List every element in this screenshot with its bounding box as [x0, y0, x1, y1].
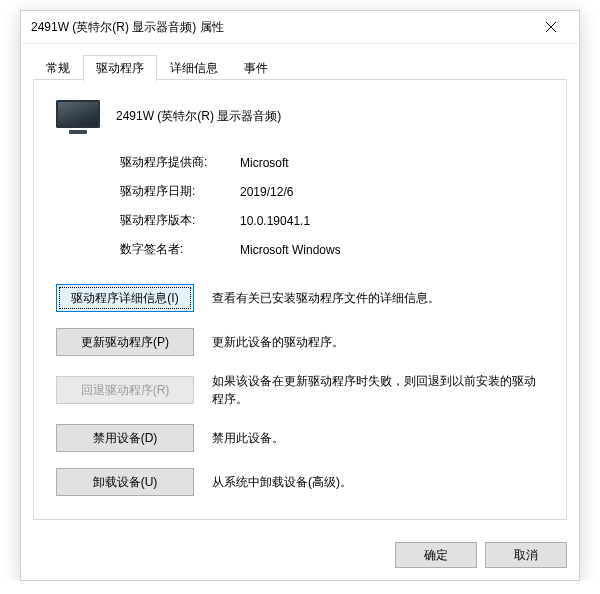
- value-date: 2019/12/6: [240, 185, 544, 199]
- disable-device-button[interactable]: 禁用设备(D): [56, 424, 194, 452]
- rollback-driver-button: 回退驱动程序(R): [56, 376, 194, 404]
- action-row-update: 更新驱动程序(P) 更新此设备的驱动程序。: [56, 328, 544, 356]
- driver-info: 驱动程序提供商: Microsoft 驱动程序日期: 2019/12/6 驱动程…: [120, 154, 544, 258]
- uninstall-device-button[interactable]: 卸载设备(U): [56, 468, 194, 496]
- label-signer: 数字签名者:: [120, 241, 240, 258]
- close-icon: [546, 22, 556, 32]
- driver-details-desc: 查看有关已安装驱动程序文件的详细信息。: [212, 289, 544, 307]
- disable-device-label: 禁用设备(D): [93, 430, 158, 447]
- tab-strip: 常规 驱动程序 详细信息 事件: [33, 54, 567, 80]
- monitor-icon: [56, 100, 100, 132]
- dialog-content: 常规 驱动程序 详细信息 事件 2491W (英特尔(R) 显示器音频) 驱动程…: [21, 44, 579, 532]
- label-date: 驱动程序日期:: [120, 183, 240, 200]
- ok-button[interactable]: 确定: [395, 542, 477, 568]
- uninstall-device-desc: 从系统中卸载设备(高级)。: [212, 473, 544, 491]
- rollback-driver-desc: 如果该设备在更新驱动程序时失败，则回退到以前安装的驱动程序。: [212, 372, 544, 408]
- properties-dialog: 2491W (英特尔(R) 显示器音频) 属性 常规 驱动程序 详细信息 事件 …: [20, 10, 580, 581]
- disable-device-desc: 禁用此设备。: [212, 429, 544, 447]
- cancel-label: 取消: [514, 547, 538, 564]
- label-version: 驱动程序版本:: [120, 212, 240, 229]
- driver-details-button[interactable]: 驱动程序详细信息(I): [56, 284, 194, 312]
- window-title: 2491W (英特尔(R) 显示器音频) 属性: [31, 19, 531, 36]
- tab-pane-driver: 2491W (英特尔(R) 显示器音频) 驱动程序提供商: Microsoft …: [33, 80, 567, 520]
- row-date: 驱动程序日期: 2019/12/6: [120, 183, 544, 200]
- action-row-details: 驱动程序详细信息(I) 查看有关已安装驱动程序文件的详细信息。: [56, 284, 544, 312]
- row-provider: 驱动程序提供商: Microsoft: [120, 154, 544, 171]
- tab-driver[interactable]: 驱动程序: [83, 55, 157, 81]
- ok-label: 确定: [424, 547, 448, 564]
- rollback-driver-label: 回退驱动程序(R): [81, 382, 170, 399]
- label-provider: 驱动程序提供商:: [120, 154, 240, 171]
- titlebar: 2491W (英特尔(R) 显示器音频) 属性: [21, 11, 579, 44]
- update-driver-label: 更新驱动程序(P): [81, 334, 169, 351]
- update-driver-button[interactable]: 更新驱动程序(P): [56, 328, 194, 356]
- update-driver-desc: 更新此设备的驱动程序。: [212, 333, 544, 351]
- action-row-disable: 禁用设备(D) 禁用此设备。: [56, 424, 544, 452]
- row-version: 驱动程序版本: 10.0.19041.1: [120, 212, 544, 229]
- action-row-rollback: 回退驱动程序(R) 如果该设备在更新驱动程序时失败，则回退到以前安装的驱动程序。: [56, 372, 544, 408]
- uninstall-device-label: 卸载设备(U): [93, 474, 158, 491]
- row-signer: 数字签名者: Microsoft Windows: [120, 241, 544, 258]
- value-signer: Microsoft Windows: [240, 243, 544, 257]
- value-provider: Microsoft: [240, 156, 544, 170]
- cancel-button[interactable]: 取消: [485, 542, 567, 568]
- value-version: 10.0.19041.1: [240, 214, 544, 228]
- dialog-footer: 确定 取消: [21, 532, 579, 580]
- close-button[interactable]: [531, 13, 571, 41]
- driver-details-label: 驱动程序详细信息(I): [71, 290, 178, 307]
- device-header: 2491W (英特尔(R) 显示器音频): [56, 100, 544, 132]
- action-row-uninstall: 卸载设备(U) 从系统中卸载设备(高级)。: [56, 468, 544, 496]
- tab-general[interactable]: 常规: [33, 55, 83, 81]
- device-name: 2491W (英特尔(R) 显示器音频): [116, 108, 281, 125]
- tab-details[interactable]: 详细信息: [157, 55, 231, 81]
- tab-events[interactable]: 事件: [231, 55, 281, 81]
